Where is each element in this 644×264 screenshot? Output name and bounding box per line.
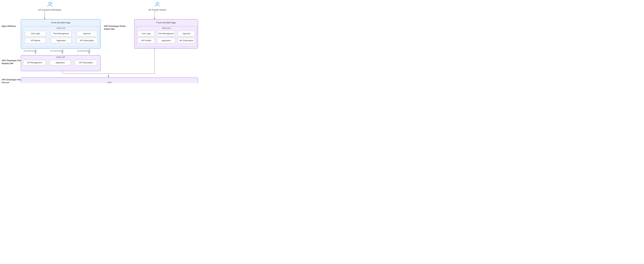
jwt-label-1: jwt authentication <box>24 50 37 52</box>
module-api-publish: API Publish <box>138 38 154 43</box>
svg-marker-14 <box>108 76 109 78</box>
open-platform-box: Front-end Web Page Back-end User Login R… <box>21 19 100 49</box>
module-application-left: Application <box>51 38 72 43</box>
right-frontend-title: Front-end Web Page <box>134 21 198 25</box>
svg-marker-7 <box>62 52 63 54</box>
module-user-login-right: User Login <box>138 31 154 36</box>
api-consumer-actor: API Consumer (Developer) <box>38 2 61 11</box>
etcd-label: etcd <box>108 81 112 83</box>
module-api-sub-left: API Subscription <box>76 38 97 43</box>
jwt-label-2: jwt authentication <box>50 50 64 52</box>
module-api-mgmt: API Management <box>23 60 46 65</box>
admin-api-box: Admin API API Management Application API… <box>21 55 100 71</box>
open-platform-label: Open Platform <box>2 25 16 28</box>
svg-point-15 <box>49 2 51 5</box>
api-provider-actor: API Provider (Admin) <box>148 2 166 11</box>
jwt-label-3: jwt authentication <box>77 50 91 52</box>
module-api-sub-right: API Subscription <box>178 38 195 43</box>
admin-site-label: API7 Developer Portal Admin Site <box>104 25 126 31</box>
left-backend-box: Back-end User Login Role Management Appr… <box>23 26 99 47</box>
module-role-mgmt-right: Role Management <box>157 31 176 36</box>
module-approval-left: Approval <box>76 31 97 36</box>
module-user-login-left: User Login <box>25 31 46 36</box>
consumer-icon <box>47 2 53 8</box>
module-role-mgmt-left: Role Management <box>51 31 72 36</box>
module-approval-right: Approval <box>178 31 195 36</box>
consumer-label: API Consumer (Developer) <box>38 9 61 11</box>
admin-site-box: Front-end Web Page Back-end User Login R… <box>134 19 198 49</box>
admin-api-title: Admin API <box>21 56 100 59</box>
svg-marker-5 <box>35 52 36 54</box>
svg-point-18 <box>156 2 158 5</box>
module-application-mid: Application <box>50 60 70 65</box>
storage-label: API7 Developer Portal Storage <box>2 78 23 83</box>
right-backend-title: Back-end <box>136 26 196 30</box>
left-backend-title: Back-end <box>23 26 99 30</box>
right-backend-box: Back-end User Login Role Management Appr… <box>136 26 197 47</box>
module-api-market: API Market <box>25 38 46 43</box>
module-api-sub-mid: API Subscription <box>75 60 97 65</box>
display-site-label: API7 Developer Portal Display Site <box>2 59 23 65</box>
provider-icon <box>154 2 160 8</box>
left-frontend-title: Front-end Web Page <box>21 21 100 25</box>
diagram-container: API Consumer (Developer) API Provider (A… <box>0 0 201 83</box>
storage-box: etcd <box>21 78 198 83</box>
svg-marker-9 <box>88 52 90 54</box>
provider-label: API Provider (Admin) <box>148 9 166 11</box>
module-application-right: Application <box>157 38 176 43</box>
